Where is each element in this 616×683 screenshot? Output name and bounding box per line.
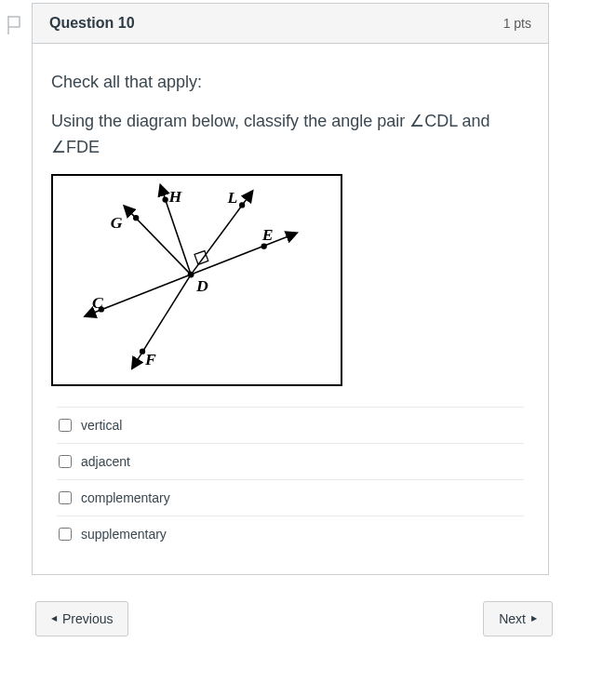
option-label: complementary (81, 490, 170, 505)
option-label: adjacent (81, 454, 130, 469)
svg-point-11 (162, 196, 167, 202)
next-button[interactable]: Next ▶ (483, 601, 553, 636)
question-points: 1 pts (503, 16, 531, 31)
angle-diagram: G H L E D C F (51, 174, 342, 386)
question-header: Question 10 1 pts (33, 4, 548, 44)
prompt-line1: Check all that apply: (51, 70, 529, 96)
previous-label: Previous (62, 611, 113, 626)
svg-point-7 (239, 202, 245, 208)
chevron-left-icon: ◀ (51, 614, 57, 623)
checkbox-vertical[interactable] (59, 419, 72, 432)
angle-cdl: ∠CDL (409, 112, 457, 130)
question-body: Check all that apply: Using the diagram … (33, 44, 548, 574)
label-l: L (226, 188, 237, 207)
next-label: Next (499, 611, 526, 626)
prompt-line2: Using the diagram below, classify the an… (51, 109, 529, 161)
svg-point-3 (261, 243, 267, 248)
label-c: C (92, 293, 103, 312)
label-e: E (261, 224, 274, 243)
option-label: supplementary (81, 527, 167, 542)
nav-row: ◀ Previous Next ▶ (35, 601, 553, 640)
answer-option[interactable]: complementary (57, 479, 524, 516)
flag-icon[interactable] (6, 14, 24, 36)
answer-option[interactable]: adjacent (57, 443, 524, 479)
label-h: H (168, 186, 183, 205)
label-d: D (195, 275, 208, 294)
option-label: vertical (81, 418, 122, 433)
chevron-right-icon: ▶ (531, 614, 537, 623)
label-f: F (144, 350, 156, 368)
question-title: Question 10 (49, 15, 135, 32)
checkbox-adjacent[interactable] (59, 455, 72, 468)
svg-point-12 (188, 271, 194, 277)
prompt-and: and (458, 112, 490, 130)
svg-point-9 (133, 215, 139, 221)
answer-list: vertical adjacent complementary suppleme… (51, 407, 529, 574)
answer-option[interactable]: supplementary (57, 516, 524, 552)
answer-option[interactable]: vertical (57, 407, 524, 443)
question-card: Question 10 1 pts Check all that apply: … (32, 3, 549, 575)
angle-fde: ∠FDE (51, 138, 100, 156)
checkbox-supplementary[interactable] (59, 528, 72, 541)
previous-button[interactable]: ◀ Previous (35, 601, 128, 636)
prompt-prefix: Using the diagram below, classify the an… (51, 112, 409, 130)
label-g: G (111, 213, 123, 232)
checkbox-complementary[interactable] (59, 491, 72, 504)
